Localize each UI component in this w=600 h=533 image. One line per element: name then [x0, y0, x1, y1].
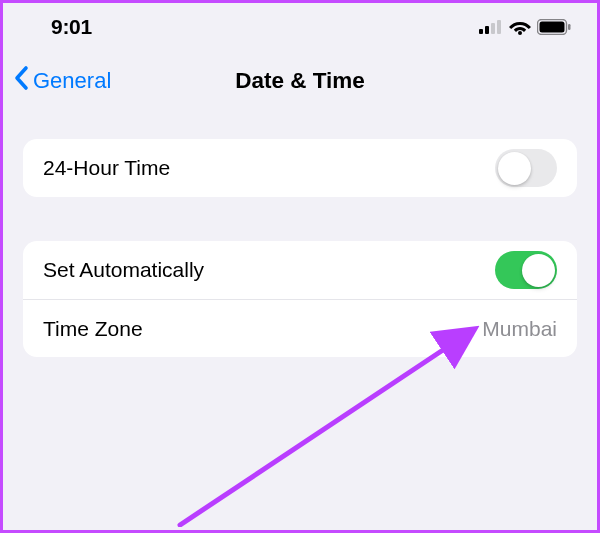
status-icons [479, 19, 571, 35]
toggle-set-automatically[interactable] [495, 251, 557, 289]
back-label: General [33, 68, 111, 94]
svg-rect-1 [485, 26, 489, 34]
row-label: Set Automatically [43, 258, 204, 282]
svg-rect-0 [479, 29, 483, 34]
row-time-zone[interactable]: Time Zone Mumbai [23, 299, 577, 357]
status-bar: 9:01 [3, 3, 597, 51]
svg-rect-6 [540, 22, 565, 33]
settings-group-auto: Set Automatically Time Zone Mumbai [23, 241, 577, 357]
chevron-left-icon [13, 65, 33, 97]
svg-rect-3 [497, 20, 501, 34]
toggle-24-hour-time[interactable] [495, 149, 557, 187]
settings-group-time-format: 24-Hour Time [23, 139, 577, 197]
row-label: Time Zone [43, 317, 143, 341]
svg-rect-7 [568, 24, 571, 30]
row-value-time-zone: Mumbai [482, 317, 557, 341]
nav-header: General Date & Time [3, 51, 597, 111]
cellular-icon [479, 20, 503, 34]
svg-rect-2 [491, 23, 495, 34]
back-button[interactable]: General [13, 65, 111, 97]
row-set-automatically: Set Automatically [23, 241, 577, 299]
wifi-icon [509, 19, 531, 35]
toggle-knob [498, 152, 531, 185]
svg-point-4 [518, 31, 522, 35]
device-frame: 9:01 [3, 3, 597, 530]
row-label: 24-Hour Time [43, 156, 170, 180]
toggle-knob [522, 254, 555, 287]
status-time: 9:01 [51, 15, 92, 39]
row-24-hour-time: 24-Hour Time [23, 139, 577, 197]
battery-icon [537, 19, 571, 35]
